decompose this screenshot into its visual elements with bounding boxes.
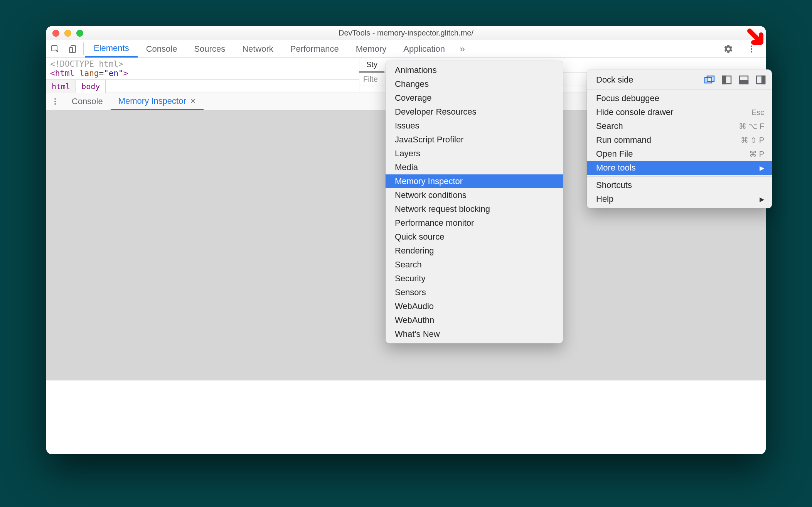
tools-item-coverage[interactable]: Coverage: [386, 91, 563, 105]
dock-bottom-icon[interactable]: [739, 75, 749, 84]
dock-left-icon[interactable]: [722, 75, 732, 84]
tools-item-animations[interactable]: Animations: [386, 63, 563, 77]
window-close-button[interactable]: [52, 30, 59, 37]
drawer-tab-console[interactable]: Console: [64, 93, 111, 110]
menu-item-label: Shortcuts: [596, 180, 632, 190]
svg-point-3: [751, 45, 752, 47]
html-open-tag-line: <html lang="en">: [50, 69, 128, 78]
svg-point-4: [751, 48, 752, 49]
svg-rect-12: [723, 76, 726, 84]
drawer-tab-label: Memory Inspector: [118, 96, 186, 106]
menu-item-help[interactable]: Help▶: [587, 192, 772, 206]
menu-item-label: Hide console drawer: [596, 107, 674, 117]
window-maximize-button[interactable]: [76, 30, 83, 37]
tab-console[interactable]: Console: [138, 40, 186, 57]
menu-item-label: Search: [596, 121, 623, 131]
tools-item-quick-source[interactable]: Quick source: [386, 230, 563, 244]
tools-item-media[interactable]: Media: [386, 161, 563, 174]
menu-item-more-tools[interactable]: More tools▶: [587, 161, 772, 175]
stage: DevTools - memory-inspector.glitch.me/ E…: [0, 0, 812, 507]
tools-item-issues[interactable]: Issues: [386, 119, 563, 133]
tools-item-layers[interactable]: Layers: [386, 147, 563, 161]
divider: [83, 42, 84, 55]
dock-side-row: Dock side: [587, 72, 772, 88]
dom-tree[interactable]: <!DOCTYPE html> <html lang="en">: [46, 58, 359, 79]
tab-memory[interactable]: Memory: [347, 40, 395, 57]
settings-gear-icon[interactable]: [719, 44, 737, 54]
tabs-overflow-button[interactable]: »: [453, 40, 471, 57]
window-minimize-button[interactable]: [64, 30, 71, 37]
dock-undock-icon[interactable]: [704, 75, 715, 84]
tab-application[interactable]: Application: [395, 40, 453, 57]
menu-separator: [587, 90, 772, 90]
styles-filter-label[interactable]: Filte: [363, 75, 378, 84]
svg-rect-16: [762, 76, 765, 84]
svg-point-7: [54, 101, 56, 102]
drawer-kebab-icon[interactable]: [46, 93, 64, 110]
tab-elements[interactable]: Elements: [85, 40, 138, 57]
tools-item-search[interactable]: Search: [386, 258, 563, 272]
tab-sources[interactable]: Sources: [185, 40, 234, 57]
svg-rect-14: [740, 81, 748, 84]
tools-item-developer-resources[interactable]: Developer Resources: [386, 105, 563, 119]
breadcrumb-body[interactable]: body: [76, 80, 106, 93]
tab-network[interactable]: Network: [234, 40, 282, 57]
tools-item-memory-inspector[interactable]: Memory Inspector: [386, 174, 563, 188]
tools-item-whats-new[interactable]: What's New: [386, 327, 563, 341]
menu-item-label: Run command: [596, 135, 651, 145]
menu-shortcut: ⌘ ⇧ P: [741, 135, 764, 145]
titlebar: DevTools - memory-inspector.glitch.me/: [46, 26, 766, 40]
tools-item-javascript-profiler[interactable]: JavaScript Profiler: [386, 133, 563, 147]
drawer-tab-close-icon[interactable]: ✕: [190, 97, 196, 105]
styles-tab[interactable]: Sty: [359, 58, 384, 73]
menu-shortcut: ⌘ ⌥ F: [739, 122, 764, 131]
tools-item-sensors[interactable]: Sensors: [386, 286, 563, 299]
device-toolbar-icon[interactable]: [64, 40, 82, 57]
menu-item-open-file[interactable]: Open File⌘ P: [587, 147, 772, 161]
menu-item-run-command[interactable]: Run command⌘ ⇧ P: [587, 133, 772, 147]
svg-rect-9: [705, 78, 712, 83]
breadcrumb: html body: [46, 79, 359, 93]
tools-item-webaudio[interactable]: WebAudio: [386, 299, 563, 313]
menu-item-label: Help: [596, 194, 613, 204]
menu-item-hide-console-drawer[interactable]: Hide console drawerEsc: [587, 105, 772, 119]
more-tools-menu: AnimationsChangesCoverageDeveloper Resou…: [386, 61, 563, 343]
menu-item-label: Open File: [596, 149, 633, 159]
menu-shortcut: Esc: [751, 108, 764, 117]
menu-item-label: More tools: [596, 163, 636, 173]
menu-item-label: Focus debuggee: [596, 93, 659, 103]
inspect-element-icon[interactable]: [46, 40, 64, 57]
menu-item-focus-debuggee[interactable]: Focus debuggee: [587, 91, 772, 105]
elements-pane: <!DOCTYPE html> <html lang="en"> html bo…: [46, 58, 359, 93]
svg-point-5: [751, 51, 752, 52]
menu-item-search[interactable]: Search⌘ ⌥ F: [587, 119, 772, 133]
menu-separator: [587, 176, 772, 177]
breadcrumb-html[interactable]: html: [46, 80, 76, 93]
svg-rect-2: [69, 47, 72, 52]
svg-point-6: [54, 98, 56, 100]
main-menu: Dock side: [587, 69, 772, 208]
chevron-right-icon: ▶: [760, 196, 764, 203]
tools-item-security[interactable]: Security: [386, 272, 563, 286]
svg-point-8: [54, 103, 56, 105]
dock-side-label: Dock side: [596, 75, 633, 85]
tools-item-performance-monitor[interactable]: Performance monitor: [386, 216, 563, 230]
menu-item-shortcuts[interactable]: Shortcuts: [587, 178, 772, 192]
menu-shortcut: ⌘ P: [749, 149, 764, 159]
tab-performance[interactable]: Performance: [282, 40, 347, 57]
traffic-lights: [46, 30, 83, 37]
tools-item-webauthn[interactable]: WebAuthn: [386, 313, 563, 327]
drawer-tab-memory-inspector[interactable]: Memory Inspector ✕: [111, 93, 204, 110]
chevron-right-icon: ▶: [760, 164, 764, 172]
window-title: DevTools - memory-inspector.glitch.me/: [46, 29, 766, 37]
dock-right-icon[interactable]: [756, 75, 766, 84]
tools-item-changes[interactable]: Changes: [386, 77, 563, 91]
tools-item-network-request-blocking[interactable]: Network request blocking: [386, 202, 563, 216]
doctype-line: <!DOCTYPE html>: [50, 59, 123, 69]
main-tabstrip: ElementsConsoleSourcesNetworkPerformance…: [46, 40, 766, 58]
tools-item-network-conditions[interactable]: Network conditions: [386, 188, 563, 202]
tools-item-rendering[interactable]: Rendering: [386, 244, 563, 258]
kebab-menu-icon[interactable]: [743, 44, 760, 54]
svg-rect-10: [707, 76, 714, 81]
